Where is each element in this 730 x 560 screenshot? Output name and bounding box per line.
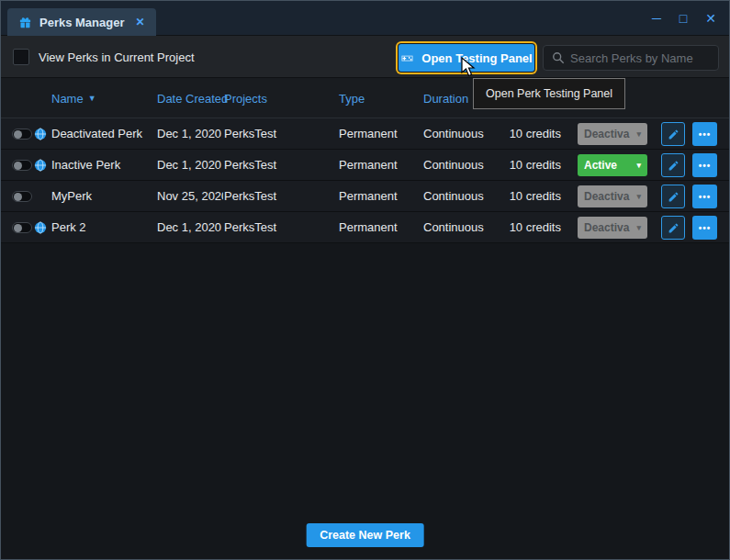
more-options-button[interactable]: ••• xyxy=(692,185,717,208)
create-new-perk-button[interactable]: Create New Perk xyxy=(306,523,424,547)
more-dots-icon: ••• xyxy=(699,192,712,202)
sort-desc-icon: ▼ xyxy=(88,94,96,103)
column-header-type[interactable]: Type xyxy=(339,78,365,118)
perks-table: Deactivated Perk Dec 1, 2020 PerksTest P… xyxy=(1,118,729,243)
tab-close-icon[interactable]: ✕ xyxy=(136,16,145,28)
column-header-duration[interactable]: Duration xyxy=(423,78,468,118)
perk-name: Inactive Perk xyxy=(51,150,155,181)
pencil-icon xyxy=(668,160,679,172)
view-perks-checkbox[interactable] xyxy=(13,49,29,65)
empty-content-area xyxy=(1,243,729,559)
more-options-button[interactable]: ••• xyxy=(692,153,717,177)
more-dots-icon: ••• xyxy=(699,161,712,171)
edit-perk-button[interactable] xyxy=(661,185,685,208)
gift-icon xyxy=(18,16,32,29)
perk-status-dropdown[interactable]: Deactiva ▾ xyxy=(578,217,647,239)
chevron-down-icon: ▾ xyxy=(636,192,641,201)
perk-status-dropdown[interactable]: Active ▾ xyxy=(578,154,647,176)
perk-project: PerksTest xyxy=(224,212,336,243)
more-dots-icon: ••• xyxy=(699,129,712,140)
perk-name: Deactivated Perk xyxy=(51,118,155,150)
perk-date-created: Dec 1, 2020 xyxy=(157,150,223,181)
perk-type: Permanent xyxy=(339,212,421,243)
table-row: Perk 2 Dec 1, 2020 PerksTest Permanent C… xyxy=(1,212,729,243)
chevron-down-icon: ▾ xyxy=(636,129,641,139)
perk-enable-toggle[interactable] xyxy=(12,191,32,202)
chevron-down-icon: ▾ xyxy=(636,223,641,232)
perk-status-dropdown[interactable]: Deactiva ▾ xyxy=(578,123,647,145)
table-row: Inactive Perk Dec 1, 2020 PerksTest Perm… xyxy=(1,150,729,181)
more-dots-icon: ••• xyxy=(699,223,712,233)
edit-perk-button[interactable] xyxy=(661,122,685,146)
perk-duration: Continuous xyxy=(423,118,504,150)
perk-name: MyPerk xyxy=(51,181,155,212)
perk-project: PerksTest xyxy=(224,181,336,212)
pencil-icon xyxy=(668,191,679,203)
perks-manager-window: Perks Manager ✕ ─ □ ✕ View Perks in Curr… xyxy=(0,0,730,560)
open-testing-panel-label: Open Testing Panel xyxy=(421,51,532,65)
minimize-button[interactable]: ─ xyxy=(652,12,661,25)
edit-perk-button[interactable] xyxy=(661,153,685,177)
search-icon xyxy=(552,51,565,64)
more-options-button[interactable]: ••• xyxy=(692,122,717,146)
table-row: MyPerk Nov 25, 2020 PerksTest Permanent … xyxy=(1,181,729,212)
global-perk-icon xyxy=(34,159,47,172)
perk-duration: Continuous xyxy=(423,150,504,181)
perk-project: PerksTest xyxy=(224,150,336,181)
table-row: Deactivated Perk Dec 1, 2020 PerksTest P… xyxy=(1,118,729,150)
column-header-projects[interactable]: Projects xyxy=(224,78,267,118)
tab-title: Perks Manager xyxy=(39,16,125,29)
maximize-button[interactable]: □ xyxy=(679,12,687,25)
perk-cost: 10 credits xyxy=(504,181,561,212)
toolbar: View Perks in Current Project Open Testi… xyxy=(1,36,729,78)
perk-name: Perk 2 xyxy=(51,212,155,243)
edit-perk-button[interactable] xyxy=(661,216,685,240)
perk-cost: 10 credits xyxy=(504,150,561,181)
perk-date-created: Nov 25, 2020 xyxy=(157,181,223,212)
tooltip: Open Perk Testing Panel xyxy=(473,78,625,109)
pencil-icon xyxy=(668,222,679,234)
column-header-date-created[interactable]: Date Created xyxy=(157,78,228,118)
more-options-button[interactable]: ••• xyxy=(692,216,717,240)
title-bar: Perks Manager ✕ ─ □ ✕ xyxy=(1,1,729,36)
perk-status-dropdown[interactable]: Deactiva ▾ xyxy=(578,185,647,207)
perk-duration: Continuous xyxy=(423,181,504,212)
perk-project: PerksTest xyxy=(224,118,336,150)
open-testing-panel-button[interactable]: Open Testing Panel xyxy=(399,44,534,72)
perk-type: Permanent xyxy=(339,181,421,212)
search-box xyxy=(543,45,719,71)
global-perk-icon xyxy=(34,128,47,140)
close-button[interactable]: ✕ xyxy=(705,12,716,25)
view-perks-label: View Perks in Current Project xyxy=(39,36,195,78)
perk-cost: 10 credits xyxy=(504,212,561,243)
search-input[interactable] xyxy=(570,51,710,65)
perk-enable-toggle[interactable] xyxy=(12,129,32,140)
perk-duration: Continuous xyxy=(423,212,504,243)
testing-panel-icon xyxy=(400,51,414,65)
global-perk-icon xyxy=(34,221,47,234)
perk-date-created: Dec 1, 2020 xyxy=(157,212,223,243)
perk-type: Permanent xyxy=(339,118,421,150)
perk-date-created: Dec 1, 2020 xyxy=(157,118,223,150)
perk-enable-toggle[interactable] xyxy=(12,222,32,233)
column-header-name[interactable]: Name ▼ xyxy=(51,78,96,118)
perk-enable-toggle[interactable] xyxy=(12,160,32,171)
chevron-down-icon: ▾ xyxy=(636,161,641,170)
perk-cost: 10 credits xyxy=(504,118,561,150)
window-controls: ─ □ ✕ xyxy=(652,1,716,36)
tab-perks-manager[interactable]: Perks Manager ✕ xyxy=(7,8,156,36)
perk-type: Permanent xyxy=(339,150,421,181)
pencil-icon xyxy=(668,129,679,140)
